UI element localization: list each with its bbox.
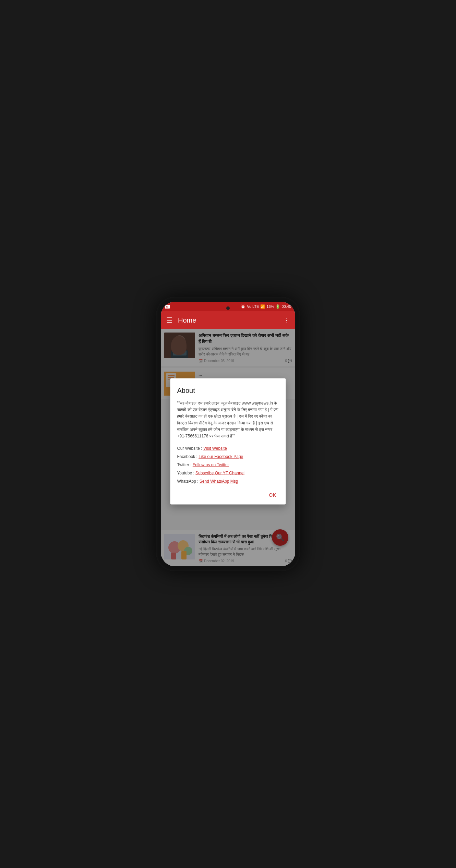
phone-screen: M ⏰ Vo LTE 📶 16% 🔋 00:40 ☰ Home ⋮ — [161, 302, 295, 566]
battery-icon: 🔋 — [275, 304, 280, 309]
camera — [226, 306, 230, 310]
twitter-follow-link[interactable]: Follow us on Twitter — [193, 462, 229, 467]
facebook-page-link[interactable]: Like our Facebook Page — [199, 454, 243, 459]
app-bar: ☰ Home ⋮ — [161, 311, 295, 329]
gmail-icon: M — [165, 305, 170, 309]
hamburger-icon[interactable]: ☰ — [166, 316, 172, 324]
twitter-label: Twitter : — [177, 462, 192, 467]
wifi-icon: 📶 — [260, 304, 265, 309]
visit-website-link[interactable]: Visit Website — [203, 446, 227, 451]
facebook-label: Facebook : — [177, 454, 199, 459]
twitter-link-row: Twitter : Follow us on Twitter — [177, 461, 279, 469]
dialog-actions: OK — [177, 491, 279, 499]
alarm-icon: ⏰ — [241, 304, 245, 309]
dialog-body: ""यह मोबाइल एप्प हमारे लाइव न्यूज़ वेबसा… — [177, 400, 279, 439]
ok-button[interactable]: OK — [266, 491, 279, 499]
youtube-link-row: Youtube : Subscribe Our YT Channel — [177, 469, 279, 477]
phone-frame: M ⏰ Vo LTE 📶 16% 🔋 00:40 ☰ Home ⋮ — [156, 297, 300, 571]
youtube-channel-link[interactable]: Subscribe Our YT Channel — [195, 471, 244, 475]
battery-label: 16% — [266, 304, 274, 309]
website-link-row: Our Website : Visit Website — [177, 444, 279, 453]
about-dialog: About ""यह मोबाइल एप्प हमारे लाइव न्यूज़… — [170, 378, 286, 505]
whatsapp-link-row: WhatsApp : Send WhatsApp Msg — [177, 477, 279, 485]
signal-label: Vo LTE — [247, 304, 259, 309]
whatsapp-label: WhatsApp : — [177, 479, 199, 484]
screen-content: अमिताभ बच्चन फिर एक्शन दिखाने को तैयार अ… — [161, 329, 295, 566]
status-right: ⏰ Vo LTE 📶 16% 🔋 00:40 — [241, 304, 291, 309]
website-label: Our Website : — [177, 446, 203, 451]
dialog-title: About — [177, 387, 279, 395]
youtube-label: Youtube : — [177, 471, 195, 475]
time-label: 00:40 — [281, 304, 291, 309]
more-options-icon[interactable]: ⋮ — [283, 316, 290, 324]
whatsapp-msg-link[interactable]: Send WhatsApp Msg — [200, 479, 238, 484]
facebook-link-row: Facebook : Like our Facebook Page — [177, 453, 279, 461]
dialog-links: Our Website : Visit Website Facebook : L… — [177, 444, 279, 485]
status-left: M — [165, 305, 170, 309]
app-title: Home — [178, 316, 283, 324]
